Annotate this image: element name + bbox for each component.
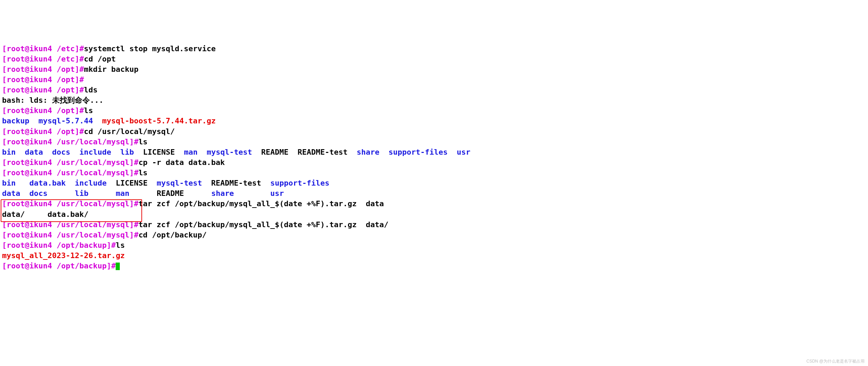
directory: backup bbox=[2, 117, 29, 125]
prompt-user-host: root@ikun4 bbox=[7, 65, 52, 74]
output-line: mysql_all_2023-12-26.tar.gz bbox=[2, 251, 866, 261]
directory: bin bbox=[2, 179, 16, 187]
prompt-path: /etc bbox=[52, 44, 75, 53]
prompt-path: /opt bbox=[52, 106, 75, 115]
prompt-bracket-open: [ bbox=[2, 220, 7, 229]
terminal-line: [root@ikun4 /opt/backup]#ls bbox=[2, 240, 866, 251]
prompt-bracket-close: ] bbox=[107, 241, 111, 249]
prompt-hash: # bbox=[79, 106, 84, 115]
prompt-bracket-open: [ bbox=[2, 55, 7, 63]
command-text: tar zcf /opt/backup/mysql_all_$(date +%F… bbox=[138, 220, 388, 229]
command-text: cd /usr/local/mysql/ bbox=[84, 127, 175, 136]
terminal-line: [root@ikun4 /usr/local/mysql]#cp -r data… bbox=[2, 157, 866, 168]
prompt-user-host: root@ikun4 bbox=[7, 262, 52, 270]
prompt-path: /opt/backup bbox=[52, 241, 107, 249]
prompt-bracket-close: ] bbox=[129, 137, 134, 146]
prompt-bracket-open: [ bbox=[2, 231, 7, 239]
prompt-bracket-close: ] bbox=[75, 55, 79, 63]
prompt-bracket-open: [ bbox=[2, 262, 7, 270]
ls-output: backup mysql-5.7.44 mysql-boost-5.7.44.t… bbox=[2, 116, 866, 126]
prompt-path: /usr/local/mysql bbox=[52, 137, 129, 146]
cursor-block bbox=[116, 263, 120, 270]
output-line: bash: lds: 未找到命令... bbox=[2, 95, 866, 106]
terminal-line: [root@ikun4 /opt]#lds bbox=[2, 85, 866, 95]
terminal-line: [root@ikun4 /opt]#cd /usr/local/mysql/ bbox=[2, 126, 866, 137]
file: README bbox=[261, 148, 288, 156]
prompt-hash: # bbox=[134, 168, 138, 177]
prompt-path: /usr/local/mysql bbox=[52, 168, 129, 177]
terminal-line: [root@ikun4 /etc]#cd /opt bbox=[2, 54, 866, 64]
prompt-hash: # bbox=[111, 262, 116, 270]
terminal-line: [root@ikun4 /usr/local/mysql]#ls bbox=[2, 168, 866, 178]
prompt-path: /etc bbox=[52, 55, 75, 63]
command-text: ls bbox=[138, 168, 148, 177]
directory: usr bbox=[457, 148, 471, 156]
directory: support-files bbox=[270, 179, 329, 187]
prompt-bracket-open: [ bbox=[2, 241, 7, 249]
prompt-user-host: root@ikun4 bbox=[7, 75, 52, 84]
prompt-hash: # bbox=[79, 65, 84, 74]
prompt-bracket-close: ] bbox=[129, 199, 134, 208]
command-text: cd /opt/backup/ bbox=[138, 231, 207, 239]
directory: data bbox=[2, 189, 20, 198]
archive-file: mysql-boost-5.7.44.tar.gz bbox=[102, 117, 216, 125]
prompt-user-host: root@ikun4 bbox=[7, 220, 52, 229]
file: LICENSE bbox=[116, 179, 148, 187]
prompt-path: /opt bbox=[52, 75, 75, 84]
directory: usr bbox=[270, 189, 284, 198]
archive-file: mysql_all_2023-12-26.tar.gz bbox=[2, 251, 125, 260]
prompt-bracket-open: [ bbox=[2, 86, 7, 94]
prompt-bracket-open: [ bbox=[2, 199, 7, 208]
prompt-hash: # bbox=[134, 158, 138, 167]
prompt-hash: # bbox=[79, 55, 84, 63]
terminal-line: [root@ikun4 /etc]#systemctl stop mysqld.… bbox=[2, 44, 866, 54]
directory: lib bbox=[120, 148, 134, 156]
prompt-user-host: root@ikun4 bbox=[7, 44, 52, 53]
prompt-path: /usr/local/mysql bbox=[52, 231, 129, 239]
prompt-bracket-open: [ bbox=[2, 168, 7, 177]
prompt-user-host: root@ikun4 bbox=[7, 199, 52, 208]
directory: share bbox=[357, 148, 379, 156]
prompt-hash: # bbox=[111, 241, 116, 249]
prompt-bracket-close: ] bbox=[75, 44, 79, 53]
terminal-line: [root@ikun4 /usr/local/mysql]#tar zcf /o… bbox=[2, 220, 866, 230]
prompt-user-host: root@ikun4 bbox=[7, 86, 52, 94]
command-text: tar zcf /opt/backup/mysql_all_$(date +%F… bbox=[138, 199, 384, 208]
prompt-user-host: root@ikun4 bbox=[7, 158, 52, 167]
directory: data.bak bbox=[30, 179, 66, 187]
prompt-path: /usr/local/mysql bbox=[52, 199, 129, 208]
command-text: cp -r data data.bak bbox=[138, 158, 225, 167]
prompt-user-host: root@ikun4 bbox=[7, 168, 52, 177]
directory: mysql-test bbox=[157, 179, 202, 187]
prompt-bracket-close: ] bbox=[75, 127, 79, 136]
prompt-user-host: root@ikun4 bbox=[7, 231, 52, 239]
directory: support-files bbox=[389, 148, 448, 156]
prompt-bracket-open: [ bbox=[2, 44, 7, 53]
directory: data bbox=[25, 148, 43, 156]
prompt-bracket-close: ] bbox=[129, 168, 134, 177]
file: README bbox=[157, 189, 184, 198]
prompt-user-host: root@ikun4 bbox=[7, 137, 52, 146]
terminal-line: [root@ikun4 /usr/local/mysql]#cd /opt/ba… bbox=[2, 230, 866, 240]
output-line: data/ data.bak/ bbox=[2, 209, 866, 220]
prompt-path: /usr/local/mysql bbox=[52, 158, 129, 167]
prompt-hash: # bbox=[134, 137, 138, 146]
terminal-line: [root@ikun4 /opt]# bbox=[2, 75, 866, 85]
prompt-user-host: root@ikun4 bbox=[7, 55, 52, 63]
terminal-line: [root@ikun4 /opt]#ls bbox=[2, 106, 866, 116]
directory: share bbox=[211, 189, 234, 198]
command-text: mkdir backup bbox=[84, 65, 138, 74]
prompt-bracket-open: [ bbox=[2, 127, 7, 136]
directory: man bbox=[116, 189, 129, 198]
prompt-bracket-open: [ bbox=[2, 75, 7, 84]
prompt-path: /opt bbox=[52, 65, 75, 74]
prompt-hash: # bbox=[134, 231, 138, 239]
prompt-user-host: root@ikun4 bbox=[7, 106, 52, 115]
ls-output: bin data.bak include LICENSE mysql-test … bbox=[2, 178, 866, 188]
directory: mysql-5.7.44 bbox=[38, 117, 93, 125]
directory: bin bbox=[2, 148, 16, 156]
prompt-hash: # bbox=[79, 44, 84, 53]
prompt-path: /opt bbox=[52, 127, 75, 136]
prompt-bracket-open: [ bbox=[2, 137, 7, 146]
prompt-hash: # bbox=[79, 127, 84, 136]
